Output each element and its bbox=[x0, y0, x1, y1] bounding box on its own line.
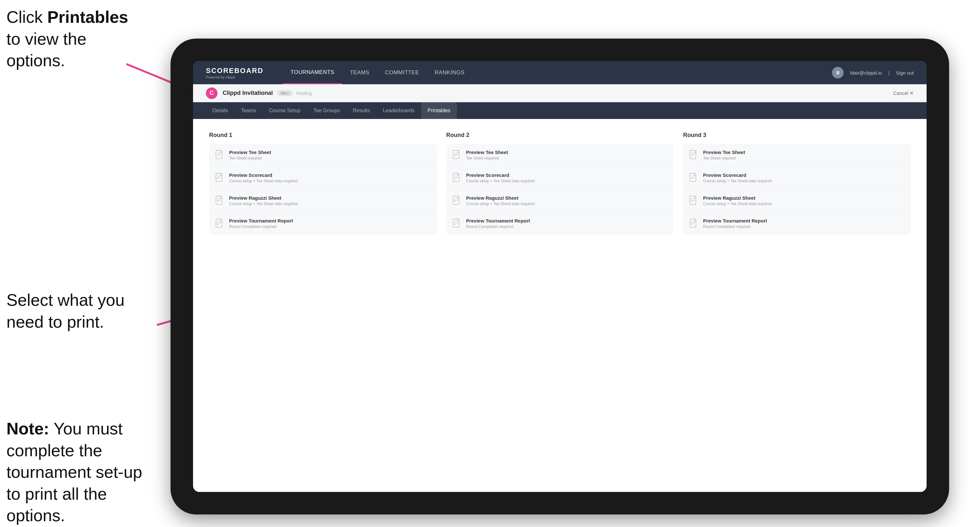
round-1-card: Preview Tee Sheet Tee Sheet required Pre… bbox=[209, 144, 437, 235]
round-2-item-1[interactable]: Preview Tee Sheet Tee Sheet required bbox=[446, 144, 674, 167]
print-item-text: Preview Tee Sheet Tee Sheet required bbox=[703, 149, 904, 160]
note-bold: Note: bbox=[6, 419, 49, 438]
doc-icon bbox=[689, 173, 698, 183]
round-3-item-1[interactable]: Preview Tee Sheet Tee Sheet required bbox=[683, 144, 910, 167]
print-item-sub: Round Completion required bbox=[466, 224, 667, 229]
nav-links: TOURNAMENTS TEAMS COMMITTEE RANKINGS bbox=[283, 61, 832, 84]
print-item-text: Preview Scorecard Course setup + Tee She… bbox=[703, 172, 904, 183]
doc-icon bbox=[453, 219, 462, 229]
tournament-name: Clippd Invitational bbox=[223, 90, 273, 97]
nav-tournaments[interactable]: TOURNAMENTS bbox=[283, 61, 342, 84]
nav-committee[interactable]: COMMITTEE bbox=[377, 61, 427, 84]
print-item-text: Preview Tee Sheet Tee Sheet required bbox=[466, 149, 667, 160]
tab-results[interactable]: Results bbox=[347, 102, 376, 119]
sub-navigation: Details Teams Course Setup Tee Groups Re… bbox=[193, 102, 927, 119]
round-2-card: Preview Tee Sheet Tee Sheet required Pre… bbox=[446, 144, 674, 235]
doc-icon bbox=[689, 150, 698, 160]
print-item-text: Preview Tournament Report Round Completi… bbox=[229, 218, 430, 229]
round-1-item-3[interactable]: Preview Raguzzi Sheet Course setup + Tee… bbox=[209, 189, 437, 212]
round-2-item-4[interactable]: Preview Tournament Report Round Completi… bbox=[446, 212, 674, 235]
nav-right: B blair@clippd.io | Sign out bbox=[832, 67, 914, 78]
round-3-card: Preview Tee Sheet Tee Sheet required Pre… bbox=[683, 144, 910, 235]
tournament-hosting: Hosting bbox=[296, 90, 312, 96]
print-item-sub: Round Completion required bbox=[703, 224, 904, 229]
print-item-sub: Round Completion required bbox=[229, 224, 430, 229]
tab-tee-groups[interactable]: Tee Groups bbox=[307, 102, 347, 119]
doc-icon bbox=[216, 173, 224, 183]
main-content: Round 1 Preview Tee Sheet Tee Sheet requ… bbox=[193, 119, 927, 492]
nav-rankings[interactable]: RANKINGS bbox=[427, 61, 472, 84]
print-item-sub: Tee Sheet required bbox=[703, 156, 904, 160]
print-item-title: Preview Raguzzi Sheet bbox=[466, 195, 667, 201]
print-item-sub: Course setup + Tee Sheet data required bbox=[229, 179, 430, 183]
round-1-item-4[interactable]: Preview Tournament Report Round Completi… bbox=[209, 212, 437, 235]
doc-icon bbox=[453, 196, 462, 206]
print-item-text: Preview Tee Sheet Tee Sheet required bbox=[229, 149, 430, 160]
print-item-text: Preview Scorecard Course setup + Tee She… bbox=[466, 172, 667, 183]
round-2-label: Round 2 bbox=[446, 132, 674, 138]
print-item-title: Preview Tournament Report bbox=[703, 218, 904, 224]
print-item-text: Preview Raguzzi Sheet Course setup + Tee… bbox=[703, 195, 904, 206]
doc-icon bbox=[689, 219, 698, 229]
print-item-sub: Tee Sheet required bbox=[229, 156, 430, 160]
print-item-title: Preview Raguzzi Sheet bbox=[703, 195, 904, 201]
doc-icon bbox=[216, 219, 224, 229]
user-email: blair@clippd.io bbox=[850, 70, 882, 76]
doc-icon bbox=[453, 173, 462, 183]
round-2-section: Round 2 Preview Tee Sheet Tee Sheet requ… bbox=[446, 132, 674, 235]
top-navigation: SCOREBOARD Powered by clippd TOURNAMENTS… bbox=[193, 61, 927, 84]
tab-details[interactable]: Details bbox=[206, 102, 235, 119]
doc-icon bbox=[216, 150, 224, 160]
print-item-text: Preview Tournament Report Round Completi… bbox=[466, 218, 667, 229]
print-item-title: Preview Scorecard bbox=[703, 172, 904, 178]
tablet-device: SCOREBOARD Powered by clippd TOURNAMENTS… bbox=[170, 38, 949, 514]
sign-out-link[interactable]: Sign out bbox=[896, 70, 914, 76]
round-3-item-2[interactable]: Preview Scorecard Course setup + Tee She… bbox=[683, 167, 910, 189]
annotation-mid: Select what you need to print. bbox=[6, 289, 142, 333]
doc-icon bbox=[453, 150, 462, 160]
print-item-title: Preview Tournament Report bbox=[466, 218, 667, 224]
round-2-item-2[interactable]: Preview Scorecard Course setup + Tee She… bbox=[446, 167, 674, 189]
round-1-item-2[interactable]: Preview Scorecard Course setup + Tee She… bbox=[209, 167, 437, 189]
round-1-label: Round 1 bbox=[209, 132, 437, 138]
print-item-title: Preview Raguzzi Sheet bbox=[229, 195, 430, 201]
nav-teams[interactable]: TEAMS bbox=[342, 61, 377, 84]
brand-logo: SCOREBOARD Powered by clippd bbox=[206, 67, 264, 79]
print-item-sub: Course setup + Tee Sheet data required bbox=[466, 179, 667, 183]
print-item-sub: Course setup + Tee Sheet data required bbox=[229, 202, 430, 206]
print-item-title: Preview Tee Sheet bbox=[466, 149, 667, 155]
print-item-title: Preview Scorecard bbox=[466, 172, 667, 178]
brand-subtitle: Powered by clippd bbox=[206, 75, 264, 79]
tab-printables[interactable]: Printables bbox=[421, 102, 457, 119]
doc-icon bbox=[689, 196, 698, 206]
printables-bold: Printables bbox=[47, 8, 128, 26]
print-item-text: Preview Raguzzi Sheet Course setup + Tee… bbox=[466, 195, 667, 206]
cancel-button[interactable]: Cancel ✕ bbox=[893, 90, 914, 96]
print-item-sub: Tee Sheet required bbox=[466, 156, 667, 160]
tablet-screen: SCOREBOARD Powered by clippd TOURNAMENTS… bbox=[193, 61, 927, 492]
round-1-item-1[interactable]: Preview Tee Sheet Tee Sheet required bbox=[209, 144, 437, 167]
tournament-logo: C bbox=[206, 87, 218, 99]
print-item-title: Preview Scorecard bbox=[229, 172, 430, 178]
print-item-sub: Course setup + Tee Sheet data required bbox=[703, 179, 904, 183]
round-3-item-4[interactable]: Preview Tournament Report Round Completi… bbox=[683, 212, 910, 235]
tab-leaderboards[interactable]: Leaderboards bbox=[376, 102, 421, 119]
print-item-text: Preview Tournament Report Round Completi… bbox=[703, 218, 904, 229]
tab-course-setup[interactable]: Course Setup bbox=[262, 102, 307, 119]
print-item-text: Preview Raguzzi Sheet Course setup + Tee… bbox=[229, 195, 430, 206]
print-item-sub: Course setup + Tee Sheet data required bbox=[703, 202, 904, 206]
round-2-item-3[interactable]: Preview Raguzzi Sheet Course setup + Tee… bbox=[446, 189, 674, 212]
tournament-badge: Men bbox=[277, 90, 293, 96]
user-avatar: B bbox=[832, 67, 843, 78]
print-item-title: Preview Tee Sheet bbox=[703, 149, 904, 155]
print-item-title: Preview Tee Sheet bbox=[229, 149, 430, 155]
round-3-item-3[interactable]: Preview Raguzzi Sheet Course setup + Tee… bbox=[683, 189, 910, 212]
doc-icon bbox=[216, 196, 224, 206]
rounds-grid: Round 1 Preview Tee Sheet Tee Sheet requ… bbox=[209, 132, 910, 235]
annotation-top: Click Printables to view the options. bbox=[6, 6, 129, 72]
brand-title: SCOREBOARD bbox=[206, 67, 264, 75]
print-item-sub: Course setup + Tee Sheet data required bbox=[466, 202, 667, 206]
tab-teams[interactable]: Teams bbox=[235, 102, 262, 119]
print-item-title: Preview Tournament Report bbox=[229, 218, 430, 224]
tournament-bar: C Clippd Invitational Men Hosting Cancel… bbox=[193, 84, 927, 102]
